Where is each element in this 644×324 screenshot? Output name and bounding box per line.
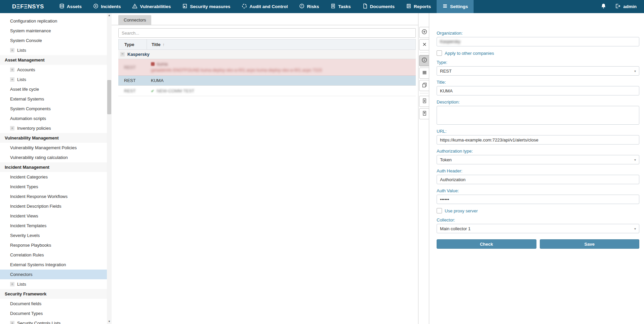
nav-item-label: Vulnerabilities bbox=[140, 4, 171, 9]
nav-item-label: Reports bbox=[414, 4, 431, 9]
sidebar-item-security-controls-lists[interactable]: +Security Controls Lists bbox=[0, 318, 112, 324]
table-toolbar bbox=[418, 13, 429, 324]
sidebar-item-external-systems-integration[interactable]: External Systems Integration bbox=[0, 260, 112, 270]
use-proxy-server-row: Use proxy server bbox=[437, 208, 639, 213]
title-field[interactable] bbox=[437, 86, 639, 95]
save-button[interactable]: Save bbox=[540, 239, 640, 249]
sidebar-item-system-components[interactable]: System Components bbox=[0, 104, 112, 114]
sidebar-item-incident-categories[interactable]: Incident Categories bbox=[0, 172, 112, 182]
warning-icon bbox=[132, 3, 137, 10]
scroll-up-icon[interactable]: ▲ bbox=[107, 13, 112, 18]
user-menu[interactable]: admin bbox=[615, 3, 637, 10]
sidebar-item-vulnerability-management-policies[interactable]: Vulnerability Management Policies bbox=[0, 143, 112, 153]
status-ok-icon: ✔ bbox=[151, 89, 154, 93]
collector-select[interactable]: Main collector 1▾ bbox=[437, 224, 639, 233]
sidebar-item-automation-scripts[interactable]: Automation scripts bbox=[0, 114, 112, 123]
type-select[interactable]: REST▾ bbox=[437, 66, 639, 76]
nav-item-incidents[interactable]: Incidents bbox=[87, 0, 126, 13]
import-button[interactable] bbox=[419, 108, 430, 119]
column-header-title[interactable]: Title↑ bbox=[147, 42, 415, 47]
sidebar-item-correlation-rules[interactable]: Correlation Rules bbox=[0, 250, 112, 260]
sidebar-item-document-types[interactable]: Document Types bbox=[0, 309, 112, 318]
nav-item-tasks[interactable]: Tasks bbox=[325, 0, 356, 13]
nav-item-risks[interactable]: Risks bbox=[293, 0, 325, 13]
auth-value-field[interactable] bbox=[437, 195, 639, 204]
sidebar-section-security-framework: Security Framework bbox=[0, 289, 112, 299]
expand-icon[interactable]: + bbox=[10, 321, 14, 324]
expand-icon[interactable]: + bbox=[10, 48, 14, 52]
delete-button[interactable] bbox=[419, 39, 430, 50]
sidebar-item-accounts[interactable]: +Accounts bbox=[0, 65, 112, 75]
nav-right: admin bbox=[601, 3, 637, 10]
nav-item-audit-and-control[interactable]: Audit and Control bbox=[236, 0, 293, 13]
sidebar-item-lists[interactable]: +Lists bbox=[0, 279, 112, 289]
url-field[interactable] bbox=[437, 135, 639, 145]
scroll-down-icon[interactable]: ▼ bbox=[107, 319, 112, 324]
table-row-selected[interactable]: REST KUMA bbox=[118, 76, 416, 86]
expand-icon[interactable]: + bbox=[10, 126, 14, 130]
sidebar-item-incident-views[interactable]: Incident Views bbox=[0, 211, 112, 221]
sidebar-item-lists[interactable]: +Lists bbox=[0, 45, 112, 55]
sidebar-item-severity-levels[interactable]: Severity Levels bbox=[0, 231, 112, 240]
sidebar-item-vulnerability-rating-calculation[interactable]: Vulnerability rating calculation bbox=[0, 153, 112, 162]
risk-icon bbox=[299, 3, 305, 10]
description-field[interactable] bbox=[437, 106, 639, 125]
nav-item-label: Incidents bbox=[101, 4, 121, 9]
add-button[interactable] bbox=[419, 27, 430, 38]
nav-item-security-measures[interactable]: Security measures bbox=[176, 0, 236, 13]
sidebar-item-incident-templates[interactable]: Incident Templates bbox=[0, 221, 112, 231]
sidebar-item-inventory-policies[interactable]: +Inventory policies bbox=[0, 123, 112, 133]
connectors-pane: Connectors Type Title↑ − Kaspersky REST … bbox=[112, 13, 418, 324]
sidebar-item-system-console[interactable]: System Console bbox=[0, 36, 112, 45]
authorization-type-select[interactable]: Token▾ bbox=[437, 155, 639, 164]
expand-icon[interactable]: + bbox=[10, 68, 14, 72]
sidebar-item-lists[interactable]: +Lists bbox=[0, 75, 112, 84]
check-button[interactable]: Check bbox=[437, 239, 536, 249]
expand-icon[interactable]: + bbox=[10, 77, 14, 82]
sidebar-scrollbar[interactable]: ▲ ▼ bbox=[107, 13, 112, 324]
sidebar-item-configuration-replication[interactable]: Configuration replication bbox=[0, 16, 112, 26]
nav-item-reports[interactable]: Reports bbox=[400, 0, 437, 13]
tab-connectors[interactable]: Connectors bbox=[118, 15, 151, 25]
apply-to-other-companies-checkbox[interactable] bbox=[437, 50, 442, 56]
table-row[interactable]: REST ✔NEW-COMM TEST bbox=[118, 86, 416, 96]
auth-header-field[interactable] bbox=[437, 175, 639, 184]
use-proxy-server-checkbox[interactable] bbox=[437, 208, 442, 213]
sidebar-item-external-systems[interactable]: External Systems bbox=[0, 94, 112, 104]
description-label: Description: bbox=[437, 99, 639, 105]
nav-item-assets[interactable]: Assets bbox=[53, 0, 87, 13]
nav-item-label: Assets bbox=[67, 4, 82, 9]
group-row-kaspersky[interactable]: − Kaspersky bbox=[118, 50, 416, 59]
sidebar-item-asset-life-cycle[interactable]: Asset life cycle bbox=[0, 84, 112, 94]
search-input[interactable] bbox=[118, 28, 416, 38]
sidebar-item-connectors[interactable]: Connectors bbox=[0, 270, 112, 279]
sidebar-item-label: Lists bbox=[17, 282, 26, 287]
type-label: Type: bbox=[437, 60, 639, 65]
sidebar-item-document-fields[interactable]: Document fields bbox=[0, 299, 112, 309]
settings-sidebar: Configuration replication System mainten… bbox=[0, 13, 112, 324]
sidebar-item-incident-response-workflows[interactable]: Incident Response Workflows bbox=[0, 192, 112, 201]
user-name: admin bbox=[623, 4, 637, 9]
report-icon bbox=[406, 3, 411, 10]
table-row[interactable]: REST kuma getaddrinfo ENOTFOUND kuma-dep… bbox=[118, 59, 416, 76]
sidebar-item-response-playbooks[interactable]: Response Playbooks bbox=[0, 240, 112, 250]
nav-item-documents[interactable]: Documents bbox=[357, 0, 401, 13]
bell-icon[interactable] bbox=[601, 3, 606, 10]
organization-field[interactable]: Kaspersky bbox=[437, 37, 639, 46]
scrollbar-thumb[interactable] bbox=[107, 80, 111, 114]
sidebar-item-incident-description-fields[interactable]: Incident Description Fields bbox=[0, 201, 112, 211]
collapse-icon[interactable]: − bbox=[120, 52, 125, 56]
sidebar-item-system-maintenance[interactable]: System maintenance bbox=[0, 26, 112, 36]
nav-item-settings[interactable]: Settings bbox=[437, 0, 474, 13]
list-button[interactable] bbox=[419, 68, 430, 79]
sidebar-item-incident-types[interactable]: Incident Types bbox=[0, 182, 112, 192]
expand-icon[interactable]: + bbox=[10, 282, 14, 286]
info-button[interactable] bbox=[419, 55, 430, 66]
status-error-icon bbox=[151, 62, 155, 66]
database-icon bbox=[59, 3, 65, 10]
file-upload-icon bbox=[422, 111, 427, 117]
copy-button[interactable] bbox=[419, 80, 430, 91]
nav-item-vulnerabilities[interactable]: Vulnerabilities bbox=[126, 0, 176, 13]
column-header-type[interactable]: Type bbox=[119, 39, 147, 49]
export-button[interactable] bbox=[419, 96, 430, 107]
